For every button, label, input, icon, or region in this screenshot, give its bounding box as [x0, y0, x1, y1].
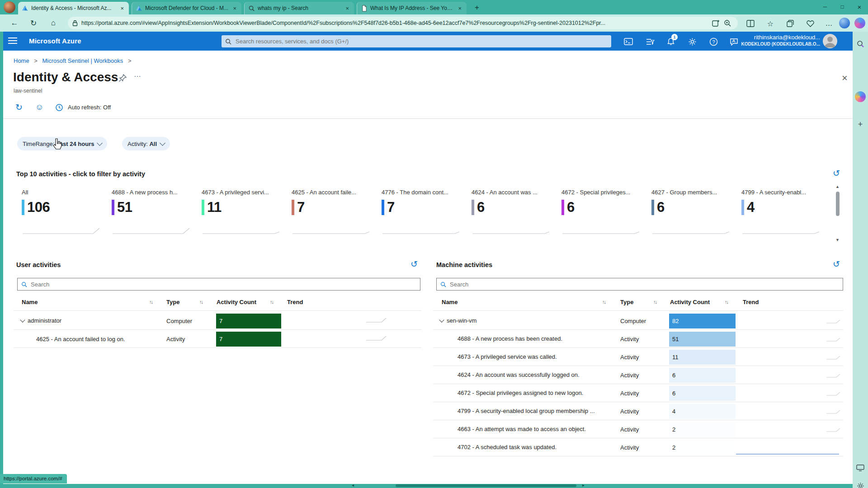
breadcrumb-sentinel-link[interactable]: Microsoft Sentinel | Workbooks	[42, 57, 123, 64]
breadcrumb-separator: >	[34, 57, 38, 64]
home-button[interactable]: ⌂	[47, 17, 60, 29]
user-col-count[interactable]: Activity Count	[217, 299, 256, 305]
machine-activities-reset-icon[interactable]: ↺	[833, 259, 840, 269]
notifications-bell-icon[interactable]: 1	[663, 36, 679, 47]
breadcrumb-home-link[interactable]: Home	[14, 57, 29, 64]
horizontal-scrollbar[interactable]: ◂ ▸	[0, 484, 853, 488]
top-activities-reset-icon[interactable]: ↺	[833, 168, 840, 178]
user-col-type[interactable]: Type	[166, 299, 179, 305]
horizontal-scrollbar-thumb[interactable]	[396, 484, 576, 487]
split-tabs-icon[interactable]	[712, 19, 720, 27]
pin-icon[interactable]	[118, 74, 127, 84]
sidebar-copilot-icon[interactable]	[855, 91, 866, 102]
activity-count-bar: 7	[216, 332, 281, 347]
azure-search-box[interactable]	[222, 35, 611, 47]
tile-value: 7	[387, 199, 395, 216]
tile-value: 6	[657, 199, 665, 216]
activity-tile[interactable]: 4799 - A security-enabl...4	[741, 189, 826, 243]
more-options-icon[interactable]: …	[134, 70, 141, 79]
help-icon[interactable]: ?	[706, 36, 721, 47]
scroll-right-icon[interactable]: ▸	[582, 483, 585, 488]
user-search-input[interactable]	[30, 281, 416, 288]
sort-icon[interactable]: ↑↓	[199, 299, 203, 305]
activity-tile[interactable]: 4776 - The domain cont...7	[382, 189, 466, 243]
window-maximize-button[interactable]: □	[834, 0, 851, 14]
user-search-box[interactable]	[17, 278, 420, 291]
activity-tile[interactable]: 4673 - A privileged servi...11	[202, 189, 286, 243]
auto-refresh-clock-icon[interactable]	[55, 103, 63, 113]
account-avatar[interactable]	[823, 34, 837, 48]
activity-filter[interactable]: Activity: All	[122, 137, 170, 150]
activity-tile[interactable]: 4672 - Special privileges...6	[561, 189, 646, 243]
activity-tile[interactable]: All106	[22, 189, 106, 243]
portal-settings-gear-icon[interactable]	[684, 36, 700, 47]
activity-tile[interactable]: 4625 - An account faile...7	[292, 189, 376, 243]
sort-icon[interactable]: ↑↓	[270, 299, 273, 305]
machine-col-name[interactable]: Name	[442, 299, 458, 305]
sort-icon[interactable]: ↑↓	[653, 299, 656, 305]
sort-icon[interactable]: ↑↓	[602, 299, 605, 305]
browser-tab-bar: Identity & Access - Microsoft Az... × Mi…	[0, 0, 868, 14]
refresh-icon[interactable]: ↻	[15, 102, 23, 113]
edge-sidebar: +	[853, 32, 868, 488]
machine-search-box[interactable]	[436, 278, 843, 291]
sidebar-settings-gear-icon[interactable]	[854, 480, 866, 488]
expand-chevron-icon[interactable]	[439, 317, 444, 322]
account-info[interactable]: rithinskaria@kodekloud... KODEKLOUD (KOD…	[741, 34, 820, 47]
tab-close-icon[interactable]: ×	[231, 5, 238, 12]
collections-icon[interactable]	[785, 18, 796, 29]
time-range-filter[interactable]: TimeRange: Last 24 hours	[17, 137, 107, 150]
row-type: Activity	[620, 354, 639, 361]
user-col-name[interactable]: Name	[22, 299, 38, 305]
split-screen-icon[interactable]	[745, 18, 756, 29]
expand-chevron-icon[interactable]	[20, 317, 25, 322]
sidebar-search-icon[interactable]	[854, 38, 866, 50]
zoom-page-icon[interactable]	[724, 19, 731, 27]
sidebar-devices-icon[interactable]	[854, 462, 866, 474]
azure-search-input[interactable]	[235, 38, 608, 45]
tab-close-icon[interactable]: ×	[344, 5, 350, 12]
copilot-icon[interactable]	[854, 18, 865, 28]
tab-close-icon[interactable]: ×	[119, 5, 125, 12]
reload-button[interactable]: ↻	[27, 17, 40, 29]
machine-search-input[interactable]	[449, 281, 839, 288]
machine-col-count[interactable]: Activity Count	[670, 299, 710, 305]
scroll-left-icon[interactable]: ◂	[352, 483, 354, 488]
tiles-scrollbar-thumb[interactable]	[836, 192, 840, 216]
directory-filter-icon[interactable]	[642, 36, 658, 47]
favorites-icon[interactable]: ☆	[765, 18, 776, 29]
feedback-smiley-icon[interactable]: ☺	[35, 103, 43, 112]
activity-tile[interactable]: 4688 - A new process h...51	[112, 189, 196, 243]
new-tab-button[interactable]: +	[471, 2, 483, 13]
tab-defender[interactable]: Microsoft Defender for Cloud - M... ×	[132, 2, 241, 14]
browser-profile-avatar[interactable]	[4, 1, 15, 13]
tiles-scroll-down-icon[interactable]: ▼	[835, 238, 840, 242]
cloud-shell-icon[interactable]	[621, 36, 636, 47]
tab-whats-my-ip[interactable]: whats my ip - Search ×	[244, 2, 354, 14]
user-activities-reset-icon[interactable]: ↺	[410, 259, 418, 269]
tab-ip-address[interactable]: What Is My IP Address - See You... ×	[357, 2, 467, 14]
portal-menu-icon[interactable]	[8, 38, 17, 44]
tile-label: 4627 - Group members...	[651, 189, 736, 196]
sidebar-add-icon[interactable]: +	[854, 118, 866, 130]
activity-tile[interactable]: 4624 - An account was ...6	[472, 189, 556, 243]
tiles-scroll-up-icon[interactable]: ▲	[835, 184, 840, 189]
trend-sparkline	[823, 408, 841, 415]
address-bar[interactable]: https://portal.azure.com/#view/AppInsigh…	[68, 17, 738, 29]
window-minimize-button[interactable]: ─	[816, 0, 834, 14]
window-close-button[interactable]: ×	[851, 0, 868, 14]
feedback-icon[interactable]	[726, 36, 741, 47]
settings-more-icon[interactable]: …	[824, 18, 835, 29]
tab-identity-access[interactable]: Identity & Access - Microsoft Az... ×	[18, 2, 129, 14]
back-button[interactable]: ←	[8, 17, 21, 29]
machine-col-type[interactable]: Type	[620, 299, 633, 305]
sort-icon[interactable]: ↑↓	[725, 299, 728, 305]
trend-sparkline	[823, 371, 841, 379]
edge-profile-avatar[interactable]	[839, 18, 850, 28]
browser-essentials-icon[interactable]	[805, 18, 816, 29]
row-name: sen-win-vm	[447, 317, 476, 324]
close-blade-icon[interactable]: ×	[842, 72, 848, 84]
tab-close-icon[interactable]: ×	[457, 5, 463, 12]
sort-icon[interactable]: ↑↓	[149, 299, 152, 305]
activity-tile[interactable]: 4627 - Group members...6	[651, 189, 736, 243]
